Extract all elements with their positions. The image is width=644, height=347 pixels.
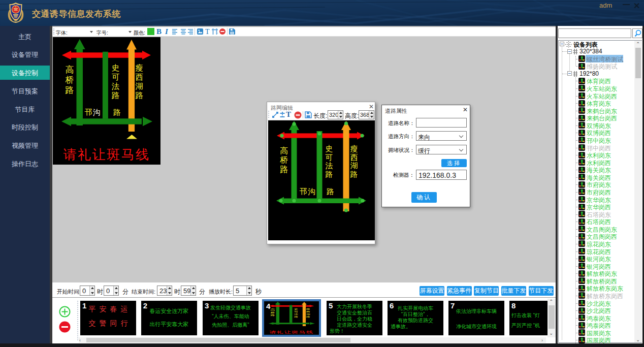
svg-text:路: 路: [306, 316, 311, 318]
svg-text:法: 法: [112, 82, 120, 90]
svg-text:沟: 沟: [92, 108, 100, 116]
svg-text:瘦: 瘦: [136, 64, 144, 72]
svg-text:法: 法: [326, 161, 333, 170]
svg-text:沟: 沟: [308, 187, 315, 196]
svg-text:可: 可: [112, 73, 120, 81]
svg-text:邗: 邗: [85, 108, 92, 116]
svg-text:高: 高: [280, 146, 288, 155]
svg-text:路: 路: [270, 314, 275, 317]
svg-text:路: 路: [66, 85, 74, 95]
svg-text:可: 可: [326, 153, 333, 162]
svg-text:桥: 桥: [280, 155, 288, 164]
svg-text:高: 高: [270, 309, 275, 311]
svg-text:史: 史: [112, 64, 120, 72]
svg-text:桥: 桥: [66, 75, 74, 85]
svg-text:瘦: 瘦: [306, 308, 310, 311]
svg-text:请礼让斑马线: 请礼让斑马线: [269, 330, 313, 334]
svg-text:路: 路: [326, 170, 333, 178]
svg-text:路: 路: [136, 91, 144, 100]
svg-text:路: 路: [112, 91, 120, 100]
svg-text:史: 史: [326, 144, 333, 153]
svg-text:路: 路: [327, 187, 334, 196]
svg-text:高: 高: [66, 65, 74, 75]
svg-text:桥: 桥: [270, 311, 275, 314]
svg-text:湖: 湖: [306, 313, 310, 316]
svg-text:路: 路: [113, 108, 121, 116]
svg-text:湖: 湖: [136, 82, 144, 90]
svg-text:西: 西: [306, 310, 311, 313]
svg-text:湖: 湖: [350, 161, 358, 170]
svg-text:可: 可: [294, 310, 298, 313]
svg-text:史: 史: [294, 308, 299, 311]
svg-text:路: 路: [350, 170, 358, 178]
svg-text:西: 西: [350, 153, 358, 162]
svg-text:西: 西: [136, 73, 144, 81]
svg-text:路: 路: [294, 316, 299, 318]
svg-text:邗: 邗: [300, 187, 307, 196]
svg-text:请礼让斑马线: 请礼让斑马线: [63, 147, 150, 162]
svg-text:瘦: 瘦: [350, 144, 358, 153]
svg-text:路: 路: [280, 165, 288, 174]
